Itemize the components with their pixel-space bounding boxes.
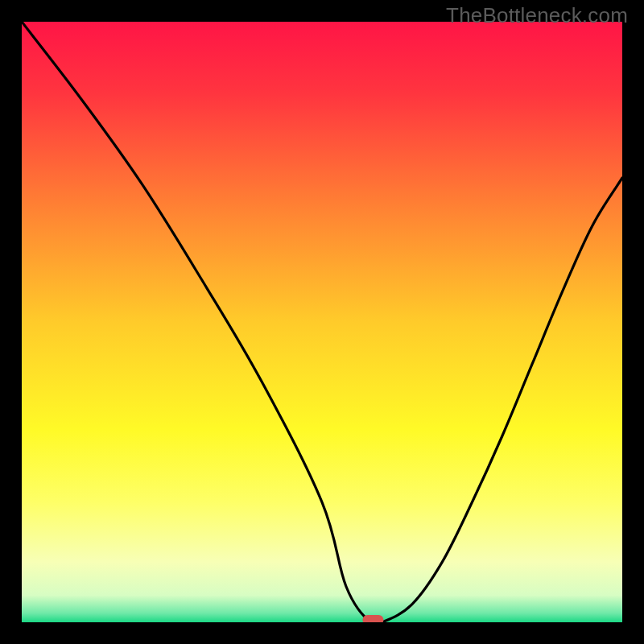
bottleneck-curve bbox=[22, 22, 622, 622]
plot-area bbox=[22, 22, 622, 622]
chart-outer-frame: TheBottleneck.com bbox=[0, 0, 644, 644]
chart-foreground bbox=[22, 22, 622, 622]
watermark-text: TheBottleneck.com bbox=[446, 3, 628, 28]
optimal-marker bbox=[362, 615, 383, 622]
